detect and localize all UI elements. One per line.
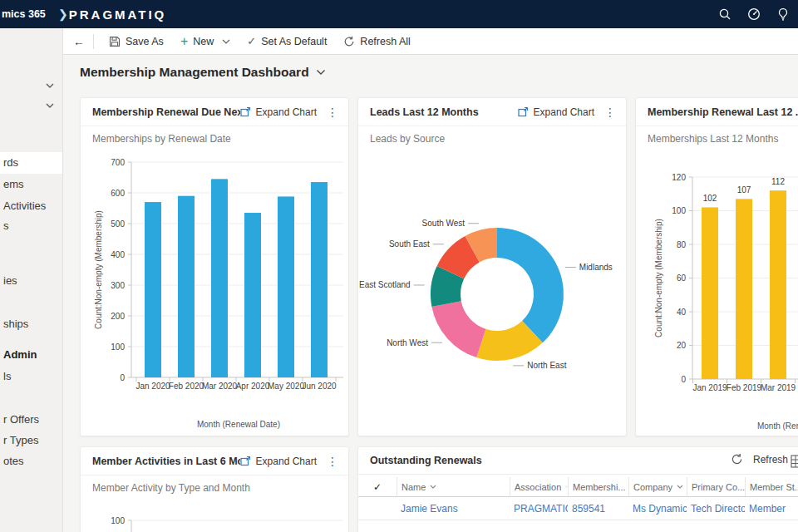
refresh-all-button[interactable]: Refresh All (335, 29, 418, 54)
expand-chart-icon (240, 456, 251, 466)
column-header-membership[interactable]: Membershi... (568, 477, 628, 496)
svg-text:Apr 2020: Apr 2020 (236, 382, 270, 391)
expand-chart-icon (518, 106, 529, 117)
primary-contact-link[interactable]: Tech Director (691, 503, 745, 515)
member-status-link[interactable]: Member (749, 503, 786, 515)
bar-Mar-2019[interactable] (770, 190, 786, 379)
sidebar-item[interactable]: ls (0, 366, 62, 387)
bar-Feb-2019[interactable] (736, 199, 752, 379)
top-navigation-bar: mics 365 ❯ PRAGMATIQ (0, 0, 798, 28)
svg-text:0: 0 (681, 375, 686, 384)
svg-text:Jun 2020: Jun 2020 (302, 382, 337, 391)
card-title: Member Activities in Last 6 Mon... (92, 456, 240, 467)
card-member-activities: 100 Member Activities in Last 6 Mon... E… (80, 446, 349, 532)
expand-chart-button[interactable]: Expand Chart (240, 106, 317, 118)
sidebar-item[interactable]: r Types (0, 430, 62, 451)
sidebar-item[interactable]: Activities (0, 195, 62, 217)
sidebar-item[interactable]: ships (0, 313, 62, 335)
sidebar-item[interactable]: s (0, 215, 62, 237)
card-title: Membership Renewal Due Next ... (92, 106, 240, 118)
refresh-icon (731, 453, 743, 466)
bar-May-2020[interactable] (278, 196, 294, 377)
bar-Jan-2019[interactable] (702, 207, 718, 379)
new-label: New (193, 36, 214, 47)
svg-text:100: 100 (672, 206, 686, 215)
bar-Mar-2020[interactable] (211, 179, 228, 377)
expand-chart-button[interactable]: Expand Chart (518, 106, 594, 118)
column-header-primary-contact[interactable]: Primary Co... (687, 477, 745, 496)
refresh-all-label: Refresh All (360, 36, 410, 47)
donut-label: Midlands (579, 263, 613, 272)
row-select-cell[interactable] (358, 498, 397, 520)
sidebar-item[interactable]: rds (0, 152, 62, 174)
dashboard-selector-chevron-icon[interactable] (316, 69, 326, 76)
search-icon[interactable] (718, 7, 732, 21)
command-bar: ← Save As + New ✓ Set As Default Refresh… (63, 28, 798, 55)
svg-text:Feb 2020: Feb 2020 (169, 382, 204, 391)
grid-refresh-button[interactable]: Refresh (731, 453, 788, 466)
export-excel-icon[interactable] (791, 455, 798, 468)
company-link[interactable]: Ms Dynamics (633, 503, 687, 515)
svg-text:100: 100 (111, 342, 125, 352)
collapse-group-chevron-icon[interactable] (44, 100, 56, 111)
more-commands-icon[interactable]: ⋮ (325, 106, 340, 119)
association-link[interactable]: PRAGMATIQ (514, 503, 568, 515)
svg-text:120: 120 (672, 173, 686, 182)
sidebar-item[interactable]: ems (0, 174, 62, 195)
svg-text:40: 40 (677, 308, 687, 317)
new-button[interactable]: + New (172, 29, 239, 54)
save-as-button[interactable]: Save As (101, 29, 172, 54)
expand-chart-button[interactable]: Expand Chart (240, 456, 317, 467)
sidebar-item[interactable]: otes (0, 451, 62, 472)
collapse-area-chevron-icon[interactable] (44, 80, 56, 91)
donut-label: North West (387, 338, 428, 347)
dial-icon[interactable] (747, 7, 761, 21)
bar-Feb-2020[interactable] (178, 196, 195, 377)
card-header: Member Activities in Last 6 Mon... Expan… (81, 447, 348, 475)
svg-text:300: 300 (111, 281, 125, 290)
card-header: Leads Last 12 Months Expand Chart ⋮ (358, 98, 626, 126)
new-split-chevron-icon[interactable] (222, 38, 230, 45)
select-all-check-icon[interactable]: ✓ (358, 477, 397, 496)
sidebar-item[interactable]: Admin (0, 344, 62, 366)
more-commands-icon[interactable]: ⋮ (325, 455, 340, 468)
lightbulb-icon[interactable] (776, 7, 790, 21)
pragmatiq-logo: ❯ PRAGMATIQ (58, 0, 166, 28)
bar-Apr-2020[interactable] (244, 213, 261, 377)
svg-text:102: 102 (703, 194, 717, 203)
svg-text:May 2020: May 2020 (268, 382, 304, 391)
chart-subtitle: Leads by Source (370, 133, 445, 145)
table-row[interactable]: Jamie Evans PRAGMATIQ 859541 Ms Dynamics… (358, 498, 798, 520)
more-commands-icon[interactable]: ⋮ (603, 106, 618, 119)
expand-chart-label: Expand Chart (256, 106, 317, 118)
svg-text:Jan 2020: Jan 2020 (135, 382, 170, 391)
bar-Jun-2020[interactable] (311, 182, 328, 377)
name-link[interactable]: Jamie Evans (401, 503, 458, 515)
y-axis-title: Count:Non-empty (Membership) (94, 210, 103, 329)
bar-Jan-2020[interactable] (145, 202, 161, 377)
svg-text:Mar 2019: Mar 2019 (761, 383, 796, 392)
back-button[interactable]: ← (68, 30, 90, 53)
column-header-name[interactable]: Name (397, 477, 510, 496)
command-bar-divider (93, 34, 94, 49)
chart-subtitle: Member Activity by Type and Month (92, 482, 250, 494)
column-header-member-status[interactable]: Member St... (745, 477, 798, 496)
logo-chevron-mark: ❯ (58, 7, 68, 21)
membership-number-link[interactable]: 859541 (572, 503, 605, 515)
column-header-company[interactable]: Company (628, 477, 687, 496)
set-as-default-button[interactable]: ✓ Set As Default (239, 29, 335, 54)
card-header: Membership Renewal Due Next ... Expand C… (81, 98, 348, 126)
dynamics-365-label[interactable]: mics 365 (2, 0, 46, 28)
checkmark-icon: ✓ (247, 35, 256, 47)
donut-segment-midlands[interactable] (497, 228, 564, 342)
logo-text: PRAGMATIQ (69, 7, 167, 22)
refresh-icon (343, 36, 355, 47)
sidebar-item[interactable]: ies (0, 270, 62, 292)
donut-segment-north-west[interactable] (431, 301, 485, 357)
expand-chart-icon (240, 106, 251, 117)
sidebar-item[interactable]: r Offers (0, 409, 62, 431)
dashboard-title[interactable]: Membership Management Dashboard (80, 65, 326, 80)
svg-text:Feb 2019: Feb 2019 (727, 383, 762, 392)
column-header-association[interactable]: Association (510, 477, 568, 496)
save-as-label: Save As (126, 36, 164, 47)
